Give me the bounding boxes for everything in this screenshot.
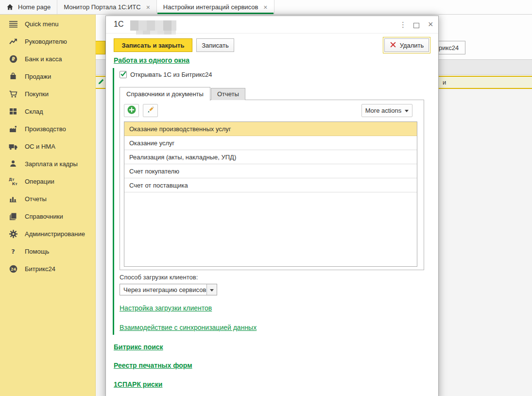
gear-icon <box>8 230 18 238</box>
load-method-combobox[interactable]: Через интеграцию сервисов <box>120 284 217 295</box>
background-bitrix24-button-partial[interactable]: рикс24 <box>439 41 465 54</box>
sidebar-item[interactable]: Зарплата и кадры <box>0 155 95 172</box>
single-window-link[interactable]: Работа из одного окна <box>114 56 189 64</box>
document-list-item-label: Реализация (акты, накладные, УПД) <box>129 154 236 161</box>
save-button[interactable]: Записать <box>196 38 234 52</box>
background-bitrix24-button-label: рикс24 <box>439 44 459 52</box>
sidebar-item[interactable]: ₽ Банк и касса <box>0 50 95 68</box>
dialog-menu-icon[interactable]: ⋮ <box>399 20 407 29</box>
window-tab[interactable]: Монитор Портала 1С:ИТС × <box>57 0 157 14</box>
print-forms-registry-link[interactable]: Реестр печатных форм <box>114 362 192 369</box>
sidebar-item-label: Операции <box>25 178 54 185</box>
dialog-titlebar: 1С ⋮ × <box>106 16 438 34</box>
close-icon[interactable]: × <box>428 19 433 30</box>
dialog-tab[interactable]: Отчеты <box>211 88 245 100</box>
group-indicator-bar <box>113 68 114 335</box>
documents-panel: More actions Оказание производственных у… <box>120 100 424 270</box>
sidebar-item[interactable]: Производство <box>0 120 95 138</box>
sidebar-item[interactable]: Склад <box>0 103 95 120</box>
dialog-tab[interactable]: Справочники и документы <box>120 87 210 101</box>
caret-down-icon <box>405 107 409 114</box>
sidebar-item-label: Производство <box>25 125 66 133</box>
sidebar-item-label: Помощь <box>25 248 49 255</box>
sidebar-item-label: ОС и НМА <box>25 143 55 150</box>
background-row-partial-text: и <box>443 79 446 86</box>
sidebar-item[interactable]: ОС и НМА <box>0 138 95 155</box>
clients-load-setup-link[interactable]: Настройка загрузки клиентов <box>120 304 212 312</box>
background-yellow-button-fragment[interactable] <box>96 41 105 54</box>
window-tab[interactable]: Home page <box>0 0 57 14</box>
add-button[interactable] <box>124 104 139 117</box>
dialog-tab-label: Отчеты <box>217 90 239 98</box>
dialog-tab-label: Справочники и документы <box>126 90 204 98</box>
bitrix24-icon: 24 <box>8 265 18 273</box>
window-tab-label: Home page <box>18 3 51 11</box>
save-and-close-button[interactable]: Записать и закрыть <box>114 38 192 52</box>
pencil-icon <box>147 106 154 115</box>
edit-button[interactable] <box>143 104 158 117</box>
delete-x-icon <box>390 41 396 50</box>
redacted-title-block-2 <box>136 31 176 34</box>
document-list-item-label: Счет покупателю <box>129 168 179 175</box>
more-actions-button[interactable]: More actions <box>361 104 412 117</box>
delete-button[interactable]: Удалить <box>384 38 429 52</box>
sidebar-item[interactable]: Продажи <box>0 68 95 85</box>
document-list-item[interactable]: Счет от поставщика <box>124 178 417 192</box>
checkbox-checked[interactable] <box>120 71 127 78</box>
sidebar-item[interactable]: ? Помощь <box>0 242 95 260</box>
dialog-tabs: Справочники и документы Отчеты <box>120 87 246 100</box>
sidebar: Quick menu Руководителю ₽ Банк и касса П… <box>0 15 96 396</box>
sidebar-item[interactable]: Покупки <box>0 85 95 103</box>
sidebar-item[interactable]: Отчеты <box>0 190 95 207</box>
svg-text:Дт: Дт <box>9 177 15 182</box>
sidebar-item[interactable]: 24 Битрикс24 <box>0 260 95 277</box>
shopping-bag-icon <box>8 72 18 80</box>
dtkt-icon: ДтКт <box>8 177 18 186</box>
document-list-item-label: Счет от поставщика <box>129 182 188 189</box>
bitrix-search-link[interactable]: Битрикс поиск <box>114 343 163 351</box>
sidebar-item-label: Банк и касса <box>25 55 62 63</box>
sidebar-item[interactable]: Руководителю <box>0 33 95 50</box>
open-1c-checkbox-row[interactable]: Открывать 1С из Битрикс24 <box>120 71 212 78</box>
window-tab[interactable]: Настройки интеграций сервисов × <box>157 0 275 14</box>
svg-text:24: 24 <box>10 267 16 271</box>
sidebar-item[interactable]: ДтКт Операции <box>0 172 95 190</box>
sidebar-item[interactable]: Quick menu <box>0 15 95 33</box>
ruble-icon: ₽ <box>8 55 18 63</box>
trend-icon <box>8 37 18 46</box>
document-list-item[interactable]: Оказание производственных услуг <box>124 122 417 136</box>
document-list-item-label: Оказание производственных услуг <box>129 125 231 133</box>
books-icon <box>8 212 18 220</box>
document-list-item-label: Оказание услуг <box>129 139 174 147</box>
grid-icon <box>8 107 18 115</box>
checkbox-label: Открывать 1С из Битрикс24 <box>130 71 212 78</box>
sidebar-item[interactable]: Администрирование <box>0 225 95 242</box>
load-method-value: Через интеграцию сервисов <box>120 286 206 293</box>
sidebar-item-label: Администрирование <box>25 230 85 238</box>
sidebar-item-label: Quick menu <box>25 20 58 28</box>
maximize-icon[interactable] <box>413 23 419 28</box>
documents-list: Оказание производственных услуг Оказание… <box>124 121 417 267</box>
combobox-arrow-button[interactable] <box>206 284 217 295</box>
tab-close-icon[interactable]: × <box>146 4 150 11</box>
svg-text:₽: ₽ <box>11 56 15 62</box>
hamburger-icon <box>8 20 18 28</box>
bar-chart-icon <box>8 195 18 203</box>
sidebar-item-label: Склад <box>25 108 43 115</box>
svg-text:Кт: Кт <box>12 182 17 186</box>
tab-close-icon[interactable]: × <box>263 4 267 11</box>
sidebar-item-label: Справочники <box>25 213 63 220</box>
spark-risks-link[interactable]: 1СПАРК риски <box>114 380 162 388</box>
document-list-item[interactable]: Оказание услуг <box>124 136 417 150</box>
dialog-title: 1С <box>114 20 123 29</box>
sidebar-item-label: Руководителю <box>25 38 67 45</box>
sidebar-item[interactable]: Справочники <box>0 207 95 225</box>
factory-icon <box>8 125 18 133</box>
document-list-item[interactable]: Счет покупателю <box>124 164 417 178</box>
check-icon <box>120 70 127 79</box>
redacted-title-block <box>130 20 176 31</box>
document-list-item[interactable]: Реализация (акты, накладные, УПД) <box>124 150 417 164</box>
sync-interaction-link[interactable]: Взаимодействие с синхронизацией данных <box>120 324 257 331</box>
delete-button-focus-ring: Удалить <box>383 37 430 53</box>
add-icon <box>127 105 136 116</box>
